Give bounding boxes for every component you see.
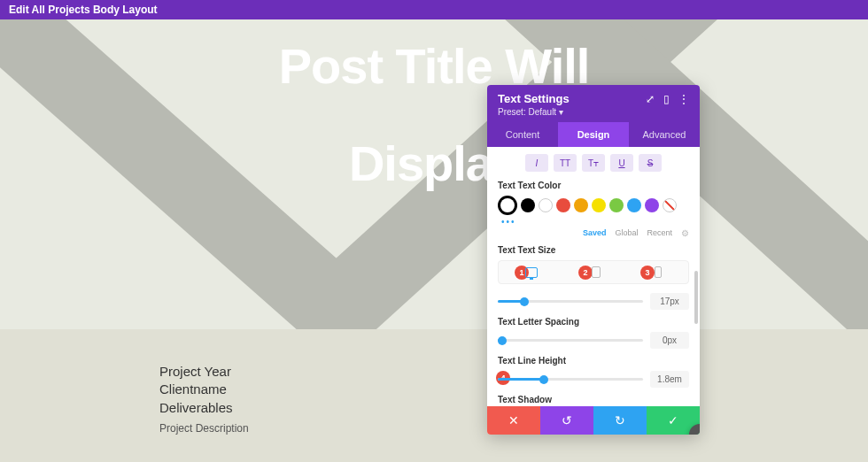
project-description: Project Description bbox=[159, 422, 249, 435]
project-info: Project Year Clientname Deliverables Pro… bbox=[159, 363, 249, 435]
letter-spacing-slider-row: 0px bbox=[498, 332, 689, 349]
project-client: Clientname bbox=[159, 381, 249, 398]
uppercase-button[interactable]: TT bbox=[554, 154, 577, 172]
label-text-shadow: Text Shadow bbox=[498, 395, 689, 404]
text-size-value[interactable]: 17px bbox=[650, 293, 689, 310]
panel-title: Text Settings bbox=[498, 92, 570, 105]
page-canvas: Post Title Will Display Project Year Cli… bbox=[0, 19, 868, 462]
label-line-height: Text Line Height bbox=[498, 356, 689, 366]
panel-preset[interactable]: Preset: Default ▾ bbox=[498, 107, 689, 117]
device-selector: 1 2 3 bbox=[498, 260, 689, 284]
panel-tabs: Content Design Advanced bbox=[487, 122, 700, 147]
color-swatch-red[interactable] bbox=[556, 198, 570, 212]
hero-area: Post Title Will Display bbox=[0, 19, 868, 329]
text-size-slider[interactable] bbox=[498, 300, 643, 303]
color-swatch-yellow[interactable] bbox=[592, 198, 606, 212]
project-year: Project Year bbox=[159, 363, 249, 381]
color-tab-global[interactable]: Global bbox=[615, 228, 638, 238]
color-swatch-white[interactable] bbox=[539, 198, 553, 212]
help-icon[interactable]: ▯ bbox=[663, 93, 670, 105]
line-height-slider[interactable] bbox=[498, 378, 643, 381]
label-text-color: Text Text Color bbox=[498, 181, 689, 190]
post-title-line2: Display bbox=[0, 135, 868, 192]
annotation-badge-3: 3 bbox=[640, 266, 655, 280]
strike-button[interactable]: S bbox=[639, 154, 662, 172]
panel-scrollbar[interactable] bbox=[694, 271, 698, 324]
panel-footer: ✕ ↺ ↻ ✓ bbox=[487, 406, 700, 435]
undo-button[interactable]: ↺ bbox=[540, 406, 593, 435]
color-source-tabs: Saved Global Recent ⚙ bbox=[498, 228, 689, 238]
color-swatch-black[interactable] bbox=[521, 198, 535, 212]
device-phone-icon[interactable] bbox=[655, 266, 662, 278]
expand-icon[interactable]: ⤢ bbox=[646, 93, 655, 105]
letter-spacing-value[interactable]: 0px bbox=[650, 332, 689, 349]
letter-spacing-slider[interactable] bbox=[498, 339, 643, 342]
device-desktop-icon[interactable] bbox=[525, 267, 538, 278]
device-tablet-icon[interactable] bbox=[592, 266, 601, 278]
annotation-badge-2: 2 bbox=[578, 266, 593, 280]
text-settings-panel: Text Settings ⤢ ▯ ⋮ Preset: Default ▾ Co… bbox=[487, 85, 700, 435]
tab-content[interactable]: Content bbox=[487, 122, 558, 147]
color-tab-saved[interactable]: Saved bbox=[583, 228, 607, 238]
line-height-slider-row: 4 1.8em bbox=[498, 371, 689, 388]
tab-advanced[interactable]: Advanced bbox=[629, 122, 700, 147]
text-size-slider-row: 17px bbox=[498, 293, 689, 310]
color-swatch-orange[interactable] bbox=[574, 198, 588, 212]
text-format-row: I TT Tᴛ U S bbox=[498, 154, 689, 172]
label-text-size: Text Text Size bbox=[498, 245, 689, 255]
redo-button[interactable]: ↻ bbox=[593, 406, 647, 435]
top-bar-title: Edit All Projects Body Layout bbox=[9, 4, 158, 16]
italic-button[interactable]: I bbox=[525, 154, 548, 172]
post-title-line1: Post Title Will bbox=[0, 37, 868, 95]
color-tab-recent[interactable]: Recent bbox=[647, 228, 672, 238]
lower-band bbox=[0, 329, 868, 462]
cancel-button[interactable]: ✕ bbox=[487, 406, 540, 435]
color-swatch-green[interactable] bbox=[609, 198, 624, 212]
tab-design[interactable]: Design bbox=[558, 122, 629, 147]
underline-button[interactable]: U bbox=[610, 154, 633, 172]
project-deliverables: Deliverables bbox=[159, 399, 249, 417]
top-bar: Edit All Projects Body Layout bbox=[0, 0, 868, 19]
smallcaps-button[interactable]: Tᴛ bbox=[582, 154, 605, 172]
color-swatch-picker[interactable] bbox=[498, 196, 517, 215]
color-swatch-none[interactable] bbox=[663, 198, 677, 212]
more-icon[interactable]: ⋮ bbox=[678, 93, 689, 105]
color-swatches bbox=[498, 196, 689, 215]
color-swatch-blue[interactable] bbox=[627, 198, 641, 212]
line-height-value[interactable]: 1.8em bbox=[650, 371, 689, 388]
color-swatch-purple[interactable] bbox=[645, 198, 659, 212]
chevron-down-icon: ▾ bbox=[559, 107, 563, 117]
label-letter-spacing: Text Letter Spacing bbox=[498, 317, 689, 327]
panel-body: I TT Tᴛ U S Text Text Color ••• bbox=[487, 147, 700, 406]
color-more-icon[interactable]: ••• bbox=[501, 217, 689, 227]
panel-header[interactable]: Text Settings ⤢ ▯ ⋮ Preset: Default ▾ bbox=[487, 85, 700, 122]
gear-icon[interactable]: ⚙ bbox=[681, 228, 689, 238]
